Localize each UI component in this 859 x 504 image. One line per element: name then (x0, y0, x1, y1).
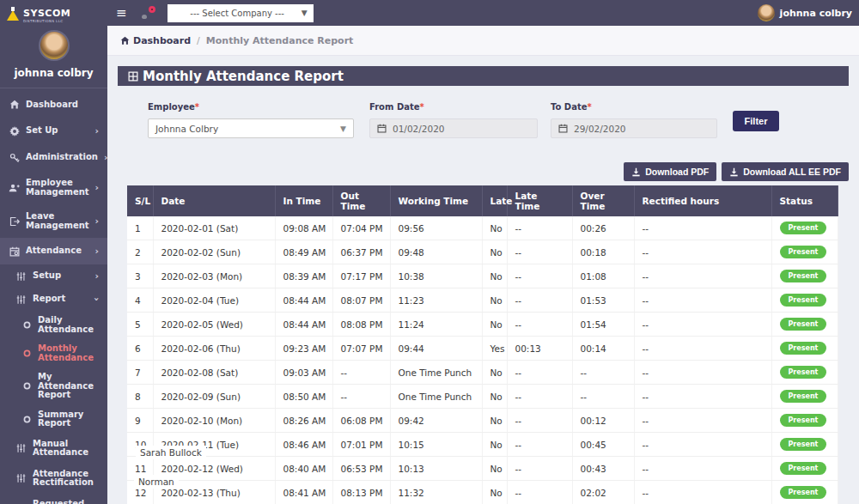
to-date-label: To Date* (551, 102, 592, 112)
cell-late: No (482, 216, 507, 240)
table-row: 82020-02-09 (Sun)08:50 AM--One Time Punc… (127, 385, 838, 409)
sidebar-item-daily-attendance[interactable]: Daily Attendance (0, 311, 107, 339)
cell-late: No (482, 288, 507, 313)
attendance-table: S/LDateIn TimeOut TimeWorking TimeLateLa… (127, 185, 838, 504)
cell-s-l: 5 (127, 313, 153, 337)
status-badge[interactable]: Present (780, 246, 827, 258)
status-badge[interactable]: Present (780, 270, 827, 282)
circle-icon (22, 382, 32, 390)
sidebar-item-monthly-attendance[interactable]: Monthly Attendance (0, 339, 107, 367)
cell-date: 2020-02-08 (Sat) (153, 361, 275, 385)
attendance-table-container: S/LDateIn TimeOut TimeWorking TimeLateLa… (127, 185, 849, 504)
company-select[interactable]: --- Select Company --- ▼ (168, 4, 314, 22)
cell-working-time: 09:56 (390, 216, 482, 240)
cell-rectified-hours: -- (634, 433, 771, 457)
breadcrumb-current: Monthly Attendance Report (206, 35, 354, 46)
brand-name: SYSCOM (23, 8, 70, 19)
cell-late: No (482, 385, 507, 409)
brand[interactable]: SYSCOM DISTRIBUTIONS LLC (0, 0, 107, 27)
status-badge[interactable]: Present (780, 414, 827, 427)
hamburger-icon[interactable]: ≡ (116, 7, 127, 20)
status-badge[interactable]: Present (780, 486, 827, 499)
sidebar-item-manual-attendance[interactable]: Manual Attendance (0, 434, 107, 464)
chevron-right-icon: › (94, 125, 99, 137)
table-row: 22020-02-02 (Sun)08:49 AM06:37 PM09:48No… (127, 240, 838, 264)
column-header-late: Late (482, 185, 507, 216)
cell-date: 2020-02-09 (Sun) (153, 385, 275, 409)
table-row: 102020-02-11 (Tue)08:46 AM07:01 PM10:15N… (127, 433, 838, 457)
cell-out-time: 08:08 PM (332, 313, 390, 337)
gear-icon (9, 126, 20, 137)
employee-option-overlay[interactable]: Norman (134, 475, 179, 489)
sidebar-item-my-attendance-report[interactable]: My Attendance Report (0, 367, 107, 405)
employee-select[interactable]: Johnna Colbry ▼ (148, 118, 354, 138)
column-header-in-time: In Time (275, 185, 332, 216)
cell-over-time: -- (572, 385, 634, 409)
cell-status: Present (771, 337, 838, 361)
cell-s-l: 7 (127, 361, 153, 385)
cell-working-time: 09:42 (390, 409, 482, 433)
cell-rectified-hours: -- (634, 288, 771, 313)
sidebar-item-attendance-rectification[interactable]: Attendance Rectification (0, 464, 107, 494)
sidebar-item-leave-management[interactable]: Leave Management› (0, 204, 107, 238)
top-navbar: ≡ --- Select Company --- ▼ johnna colbry (107, 0, 859, 26)
sidebar-item-requested-rectification[interactable]: Requested Rectification (0, 494, 107, 504)
sidebar-item-setup[interactable]: Setup› (0, 264, 107, 288)
sidebar-user-name: johnna colbry (0, 67, 107, 79)
cell-late: No (482, 457, 507, 481)
sidebar-item-attendance[interactable]: Attendance› (0, 238, 107, 264)
status-badge[interactable]: Present (780, 462, 827, 475)
status-badge[interactable]: Present (780, 366, 827, 379)
filter-button[interactable]: Filter (733, 111, 779, 131)
cell-late-time: -- (507, 457, 572, 481)
sliders-icon (15, 295, 27, 305)
breadcrumb-home-link[interactable]: Dashboard (120, 35, 191, 46)
status-badge[interactable]: Present (780, 342, 827, 355)
target-icon[interactable] (142, 6, 155, 20)
user-menu[interactable]: johnna colbry (758, 4, 859, 21)
cell-in-time: 08:39 AM (275, 264, 332, 288)
cell-in-time: 09:03 AM (275, 361, 332, 385)
status-badge[interactable]: Present (780, 390, 827, 403)
circle-icon (22, 416, 32, 423)
to-date-input[interactable]: 29/02/2020 (551, 118, 717, 138)
column-header-status: Status (771, 185, 838, 216)
status-badge[interactable]: Present (780, 222, 827, 234)
cell-date: 2020-02-05 (Wed) (153, 313, 275, 337)
status-badge[interactable]: Present (780, 438, 827, 451)
from-date-value: 01/02/2020 (393, 124, 445, 134)
sidebar-item-summary-report[interactable]: Summary Report (0, 405, 107, 434)
circle-icon (22, 349, 32, 357)
filter-panel: Employee* Johnna Colbry ▼ From Date* 01/… (118, 97, 849, 147)
status-badge[interactable]: Present (780, 318, 827, 331)
cell-status: Present (771, 457, 838, 481)
employee-option-overlay[interactable]: Sarah Bullock (136, 446, 206, 459)
employee-select-value: Johnna Colbry (155, 124, 340, 134)
sidebar-item-employee-management[interactable]: Employee Management› (0, 171, 107, 204)
cell-status: Present (771, 216, 838, 240)
circle-icon (22, 321, 32, 329)
sidebar-item-dashboard[interactable]: Dashboard (0, 92, 107, 118)
cell-late: No (482, 409, 507, 433)
cell-status: Present (771, 361, 838, 385)
cell-rectified-hours: -- (634, 409, 771, 433)
download-pdf-button[interactable]: Download PDF (624, 162, 716, 181)
grid-icon (128, 71, 138, 82)
sidebar-item-administration[interactable]: Administration› (0, 144, 107, 171)
user-avatar[interactable] (39, 30, 70, 61)
sliders-icon (15, 473, 27, 483)
cell-over-time: 00:18 (572, 240, 634, 264)
download-all-ee-pdf-button[interactable]: Download ALL EE PDF (722, 162, 849, 181)
cell-over-time: 01:08 (572, 264, 634, 288)
cell-in-time: 08:41 AM (275, 481, 332, 504)
sidebar-item-report[interactable]: Report› (0, 288, 107, 311)
cell-in-time: 08:46 AM (275, 433, 332, 457)
home-icon (9, 100, 20, 110)
cell-rectified-hours: -- (634, 313, 771, 337)
cell-over-time: 01:54 (572, 313, 634, 337)
cell-over-time: 00:12 (572, 409, 634, 433)
status-badge[interactable]: Present (780, 294, 827, 307)
cell-late: No (482, 313, 507, 337)
sidebar-item-set-up[interactable]: Set Up› (0, 118, 107, 144)
from-date-input[interactable]: 01/02/2020 (369, 118, 538, 138)
